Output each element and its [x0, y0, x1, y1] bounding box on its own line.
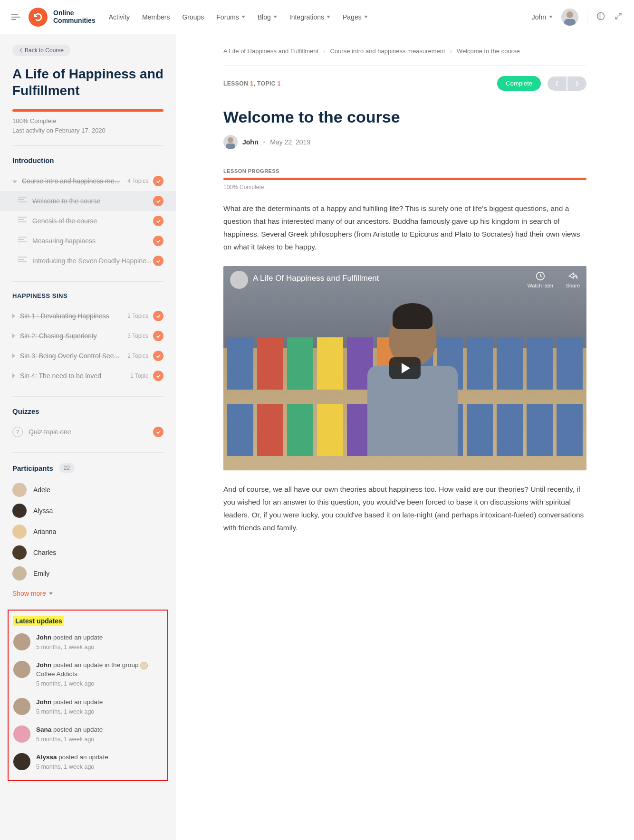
publish-date: May 22, 2019	[270, 138, 310, 146]
page-title: Welcome to the course	[223, 108, 586, 126]
caret-right-icon	[12, 314, 15, 318]
intro-paragraph: What are the determinants of a happy and…	[223, 202, 586, 254]
topic-icon	[18, 237, 27, 245]
course-sidebar: Back to Course A Life of Happiness and F…	[0, 34, 176, 840]
lesson-progress-text: 100% Complete	[223, 184, 586, 191]
svg-point-3	[228, 137, 233, 143]
chevron-down-icon	[327, 16, 330, 18]
author-name[interactable]: John	[242, 138, 258, 146]
author-avatar[interactable]	[223, 135, 238, 149]
lesson-sin-1[interactable]: Sin 1 : Devaluating Happiness2 Topics	[12, 306, 163, 326]
lesson-progress-bar	[223, 178, 586, 180]
video-title: A Life Of Happiness and Fulfillment	[253, 274, 379, 283]
avatar	[12, 483, 27, 497]
update-item[interactable]: John posted an update5 months, 1 week ag…	[13, 693, 163, 721]
section-quizzes: Quizzes	[12, 407, 163, 415]
nav-pages[interactable]: Pages	[343, 13, 368, 21]
topic-welcome[interactable]: Welcome to the course	[0, 191, 176, 211]
update-item[interactable]: Sana posted an update5 months, 1 week ag…	[13, 721, 163, 748]
logo-icon	[29, 8, 48, 27]
user-avatar[interactable]	[561, 9, 578, 26]
brand-logo[interactable]: OnlineCommunities	[29, 8, 96, 27]
check-icon	[153, 216, 163, 226]
lesson-sin-4[interactable]: Sin 4: The need to be loved1 Topic	[12, 366, 163, 386]
check-icon	[153, 196, 163, 206]
complete-button[interactable]: Complete	[497, 76, 541, 91]
nav-integrations[interactable]: Integrations	[289, 13, 330, 21]
crumb-topic: Welcome to the course	[457, 48, 520, 55]
play-icon[interactable]	[389, 357, 421, 379]
back-button[interactable]: Back to Course	[12, 45, 70, 56]
avatar	[13, 753, 30, 770]
check-icon	[153, 351, 163, 361]
chevron-down-icon	[241, 16, 245, 18]
nav-blog[interactable]: Blog	[258, 13, 277, 21]
caret-right-icon	[12, 334, 15, 338]
chevron-down-icon	[49, 592, 53, 595]
dark-mode-icon[interactable]	[596, 11, 605, 22]
video-player[interactable]: A Life Of Happiness and Fulfillment Watc…	[223, 266, 586, 470]
nav-activity[interactable]: Activity	[109, 13, 130, 21]
prev-button[interactable]	[548, 76, 567, 91]
participant-emily[interactable]: Emily	[12, 563, 163, 584]
show-more-link[interactable]: Show more	[12, 590, 163, 597]
check-icon	[153, 371, 163, 381]
topic-genesis[interactable]: Genesis of the course	[12, 211, 163, 231]
hamburger-icon[interactable]	[11, 14, 20, 20]
participant-alyssa[interactable]: Alyssa	[12, 500, 163, 521]
update-item[interactable]: John posted an update5 months, 1 week ag…	[13, 629, 163, 656]
participant-arianna[interactable]: Arianna	[12, 521, 163, 542]
expand-icon[interactable]	[614, 12, 623, 22]
lesson-intro[interactable]: Course intro and happiness me... 4 Topic…	[12, 171, 163, 191]
avatar	[12, 566, 27, 581]
question-icon: ?	[12, 427, 23, 437]
svg-point-0	[567, 11, 573, 18]
watch-later-button[interactable]: Watch later	[527, 271, 553, 288]
topic-measuring[interactable]: Measuring happiness	[12, 231, 163, 251]
channel-avatar	[230, 271, 248, 289]
topic-icon	[18, 197, 27, 205]
caret-right-icon	[12, 373, 15, 378]
course-title: A Life of Happiness and Fulfillment	[12, 66, 163, 99]
participant-adele[interactable]: Adele	[12, 479, 163, 500]
avatar	[13, 725, 30, 743]
author-meta: John • May 22, 2019	[223, 135, 586, 149]
check-icon	[153, 311, 163, 321]
participant-charles[interactable]: Charles	[12, 542, 163, 563]
svg-rect-4	[226, 143, 235, 149]
nav-members[interactable]: Members	[142, 13, 170, 21]
caret-down-icon	[12, 181, 17, 183]
topic-seven-deadly[interactable]: Introducing the Seven Deadly Happine...	[12, 251, 163, 271]
avatar	[13, 661, 30, 678]
chevron-down-icon	[364, 16, 368, 18]
topic-nav	[548, 76, 586, 91]
user-menu[interactable]: John	[532, 13, 553, 21]
quiz-topic-one[interactable]: ? Quiz topic one	[12, 422, 163, 442]
course-progress-text: 100% Complete Last activity on February …	[12, 116, 163, 135]
check-icon	[153, 427, 163, 437]
section-sins: HAPPINESS SINS	[12, 292, 163, 299]
avatar	[12, 525, 27, 539]
participants-count: 22	[59, 463, 75, 473]
nav-groups[interactable]: Groups	[182, 13, 204, 21]
lesson-sin-3[interactable]: Sin 3: Being Overly Control See...2 Topi…	[12, 346, 163, 366]
check-icon	[153, 176, 163, 186]
check-icon	[153, 236, 163, 246]
avatar	[12, 545, 27, 560]
check-icon	[153, 256, 163, 266]
caret-right-icon	[12, 353, 15, 358]
section-introduction: Introduction	[12, 156, 163, 164]
crumb-course[interactable]: A Life of Happiness and Fulfillment	[223, 48, 318, 55]
nav-forums[interactable]: Forums	[216, 13, 245, 21]
next-button[interactable]	[567, 76, 586, 91]
update-item[interactable]: Alyssa posted an update5 months, 1 week …	[13, 748, 163, 776]
svg-rect-1	[564, 19, 576, 26]
lesson-progress-label: LESSON PROGRESS	[223, 168, 586, 174]
lesson-topic-indicator: LESSON 1, TOPIC 1	[223, 80, 281, 87]
update-item[interactable]: John posted an update in the group Coffe…	[13, 656, 163, 693]
share-button[interactable]: Share	[566, 271, 580, 288]
check-icon	[153, 331, 163, 341]
chevron-down-icon	[549, 16, 553, 18]
lesson-sin-2[interactable]: Sin 2: Chasing Superiority3 Topics	[12, 326, 163, 346]
crumb-lesson[interactable]: Course intro and happiness measurement	[330, 48, 445, 55]
